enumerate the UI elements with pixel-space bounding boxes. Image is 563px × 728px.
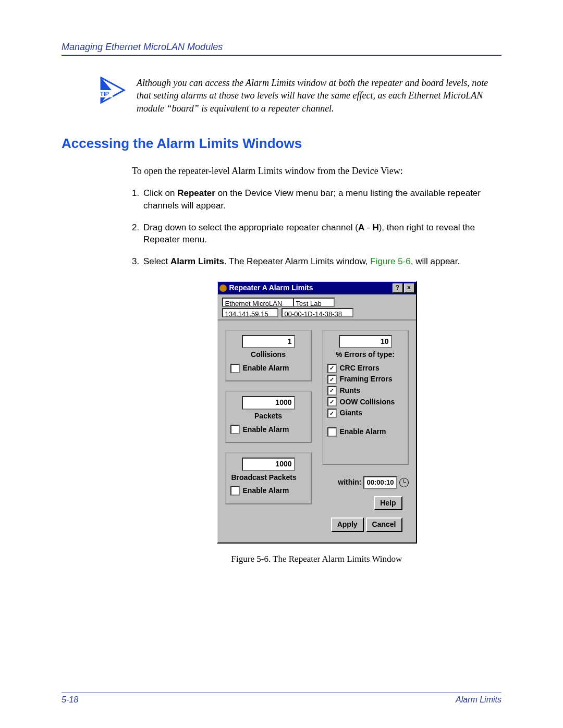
step-text: Click on bbox=[143, 188, 177, 198]
packets-enable-checkbox[interactable] bbox=[230, 425, 240, 434]
error-type-checkbox[interactable]: ✓ bbox=[327, 409, 337, 418]
packets-input[interactable]: 1000 bbox=[242, 396, 295, 410]
error-type-label: OOW Collisions bbox=[340, 397, 395, 408]
enable-alarm-label: Enable Alarm bbox=[243, 486, 289, 496]
enable-alarm-label: Enable Alarm bbox=[243, 363, 289, 374]
error-type-checkbox[interactable]: ✓ bbox=[327, 386, 337, 396]
errors-input[interactable]: 10 bbox=[339, 335, 392, 349]
collisions-input[interactable]: 1 bbox=[242, 335, 295, 349]
step-number: 1. bbox=[132, 187, 143, 212]
error-type-label: Giants bbox=[340, 408, 363, 418]
intro-text: To open the repeater-level Alarm Limits … bbox=[132, 165, 501, 178]
window-title: Repeater A Alarm Limits bbox=[229, 283, 313, 293]
step-3: 3. Select Alarm Limits. The Repeater Ala… bbox=[132, 255, 501, 268]
device-info: Ethernet MicroLAN Test Lab 134.141.59.15… bbox=[218, 294, 416, 320]
enable-alarm-label: Enable Alarm bbox=[243, 425, 289, 435]
device-lab-field: Test Lab bbox=[293, 298, 335, 307]
device-mac-field: 00-00-1D-14-38-38 bbox=[282, 308, 353, 317]
broadcast-enable-checkbox[interactable] bbox=[230, 486, 240, 496]
error-type-row: ✓Giants bbox=[327, 408, 403, 418]
enable-alarm-label: Enable Alarm bbox=[340, 427, 386, 437]
packets-label: Packets bbox=[230, 411, 307, 422]
step-bold: H bbox=[372, 223, 378, 232]
error-type-row: ✓CRC Errors bbox=[327, 363, 403, 374]
error-type-checkbox[interactable]: ✓ bbox=[327, 397, 337, 406]
broadcast-label: Broadcast Packets bbox=[231, 473, 307, 483]
close-icon[interactable]: × bbox=[404, 283, 414, 293]
errors-label: % Errors of type: bbox=[327, 350, 403, 360]
clock-icon[interactable] bbox=[399, 478, 409, 487]
packets-group: 1000 Packets Enable Alarm bbox=[225, 391, 312, 443]
cancel-button[interactable]: Cancel bbox=[366, 517, 402, 532]
step-1: 1. Click on Repeater on the Device View … bbox=[132, 187, 501, 212]
device-ip-field: 134.141.59.15 bbox=[222, 308, 278, 317]
step-text: . The Repeater Alarm Limits window, bbox=[224, 256, 370, 266]
step-bold: A bbox=[358, 223, 364, 232]
error-type-checkbox[interactable]: ✓ bbox=[327, 364, 337, 373]
error-type-label: Framing Errors bbox=[340, 374, 393, 385]
tip-text: Although you can access the Alarm Limits… bbox=[137, 77, 501, 115]
page-number: 5-18 bbox=[62, 695, 78, 705]
figure-caption: Figure 5-6. The Repeater Alarm Limits Wi… bbox=[231, 553, 402, 565]
collisions-enable-checkbox[interactable] bbox=[230, 364, 240, 373]
tip-icon: TIP bbox=[98, 77, 127, 108]
figure-reference-link[interactable]: Figure 5-6 bbox=[370, 256, 410, 266]
step-text: - bbox=[364, 223, 372, 232]
broadcast-input[interactable]: 1000 bbox=[242, 458, 295, 471]
window-titlebar[interactable]: Repeater A Alarm Limits ? × bbox=[218, 282, 416, 294]
broadcast-group: 1000 Broadcast Packets Enable Alarm bbox=[225, 452, 312, 504]
errors-group: 10 % Errors of type: ✓CRC Errors✓Framing… bbox=[322, 330, 409, 465]
step-number: 2. bbox=[132, 221, 143, 246]
step-text: Select bbox=[143, 256, 170, 266]
help-icon[interactable]: ? bbox=[393, 283, 403, 293]
running-header: Managing Ethernet MicroLAN Modules bbox=[62, 42, 501, 53]
collisions-label: Collisions bbox=[230, 350, 307, 360]
error-type-label: CRC Errors bbox=[340, 363, 380, 374]
alarm-limits-window: Repeater A Alarm Limits ? × Ethernet Mic… bbox=[217, 281, 417, 544]
step-text: , will appear. bbox=[411, 256, 460, 266]
errors-enable-checkbox[interactable] bbox=[327, 427, 337, 437]
step-bold: Repeater bbox=[177, 188, 215, 198]
within-row: within: 00:00:10 bbox=[322, 476, 409, 489]
device-name-field: Ethernet MicroLAN bbox=[222, 298, 293, 307]
footer-section: Alarm Limits bbox=[456, 695, 501, 705]
tip-block: TIP Although you can access the Alarm Li… bbox=[98, 77, 501, 115]
error-type-checkbox[interactable]: ✓ bbox=[327, 375, 337, 384]
error-type-label: Runts bbox=[340, 386, 361, 396]
apply-button[interactable]: Apply bbox=[331, 517, 364, 532]
within-label: within: bbox=[338, 477, 361, 488]
collisions-group: 1 Collisions Enable Alarm bbox=[225, 330, 312, 382]
error-type-row: ✓Framing Errors bbox=[327, 374, 403, 385]
header-rule bbox=[62, 55, 501, 56]
step-text: Drag down to select the appropriate repe… bbox=[143, 223, 358, 232]
page-footer: 5-18 Alarm Limits bbox=[62, 688, 501, 705]
within-input[interactable]: 00:00:10 bbox=[363, 476, 397, 489]
step-bold: Alarm Limits bbox=[170, 256, 224, 266]
error-type-row: ✓OOW Collisions bbox=[327, 397, 403, 408]
tip-label: TIP bbox=[100, 91, 109, 97]
step-number: 3. bbox=[132, 255, 143, 268]
error-type-row: ✓Runts bbox=[327, 386, 403, 396]
step-2: 2. Drag down to select the appropriate r… bbox=[132, 221, 501, 246]
help-button[interactable]: Help bbox=[374, 496, 402, 511]
section-heading: Accessing the Alarm Limits Windows bbox=[62, 135, 501, 152]
app-icon bbox=[219, 285, 227, 292]
